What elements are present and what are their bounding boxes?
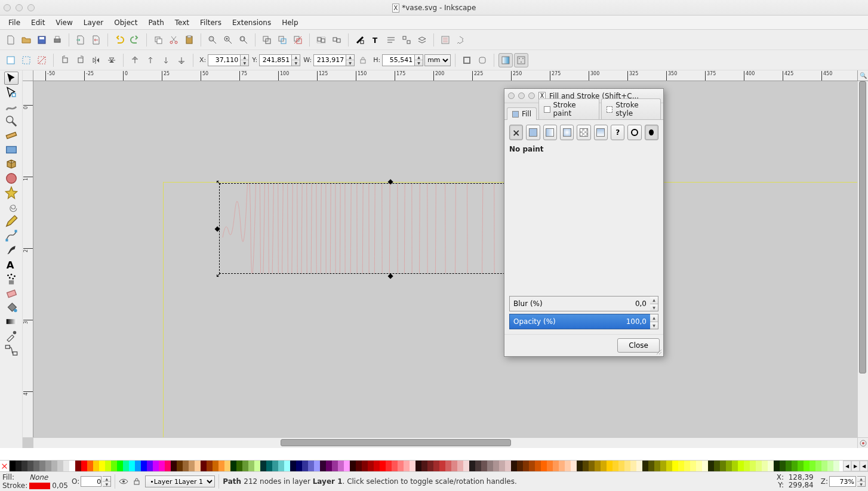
palette-swatch[interactable]	[618, 461, 624, 471]
current-layer-selector[interactable]: •Layer 1Layer 1	[145, 475, 215, 487]
duplicate-icon[interactable]	[260, 33, 274, 47]
gradient-tool-icon[interactable]	[4, 315, 19, 328]
paint-bucket-tool-icon[interactable]	[4, 301, 19, 314]
palette-swatch[interactable]	[117, 461, 123, 471]
lower-bottom-icon[interactable]	[174, 53, 189, 67]
palette-swatch[interactable]	[529, 461, 535, 471]
palette-swatch[interactable]	[439, 461, 445, 471]
palette-swatch[interactable]	[804, 461, 809, 471]
ruler-origin-corner[interactable]	[23, 70, 33, 81]
palette-swatch[interactable]	[344, 461, 350, 471]
measure-tool-icon[interactable]	[4, 129, 19, 142]
bezier-tool-icon[interactable]	[4, 229, 19, 242]
eraser-tool-icon[interactable]	[4, 286, 19, 299]
palette-swatch[interactable]	[571, 461, 577, 471]
canvas[interactable]: ↖ ◆ ◆ ↙ ◆	[33, 81, 857, 437]
palette-swatch[interactable]	[75, 461, 81, 471]
palette-swatch[interactable]	[111, 461, 117, 471]
height-field[interactable]: H:▲▼	[371, 54, 423, 67]
zoom-spin-icon[interactable]: ▲▼	[857, 476, 866, 487]
palette-swatch[interactable]	[475, 461, 481, 471]
palette-swatch[interactable]	[278, 461, 284, 471]
lower-icon[interactable]	[159, 53, 173, 67]
palette-swatch[interactable]	[666, 461, 672, 471]
palette-swatch[interactable]	[338, 461, 344, 471]
palette-swatch[interactable]	[714, 461, 720, 471]
opacity-spin-status-icon[interactable]: ▲▼	[103, 476, 111, 487]
palette-swatch[interactable]	[374, 461, 380, 471]
palette-swatch[interactable]	[135, 461, 141, 471]
cms-toggle-icon[interactable]	[857, 437, 868, 448]
group-icon[interactable]	[314, 33, 328, 47]
vertical-ruler[interactable]: 012345	[23, 81, 33, 437]
palette-swatch[interactable]	[260, 461, 266, 471]
palette-swatch[interactable]	[660, 461, 666, 471]
palette-swatch[interactable]	[356, 461, 362, 471]
zoom-tool-icon[interactable]	[4, 115, 19, 128]
palette-swatch[interactable]	[774, 461, 780, 471]
linear-gradient-button[interactable]	[543, 125, 557, 140]
palette-swatch[interactable]	[368, 461, 374, 471]
palette-swatch[interactable]	[189, 461, 195, 471]
raise-top-icon[interactable]	[128, 53, 142, 67]
palette-swatch[interactable]	[565, 461, 571, 471]
swatch-button[interactable]	[594, 125, 608, 140]
palette-swatch[interactable]	[284, 461, 290, 471]
opacity-slider[interactable]: Opacity (%)100,0	[509, 314, 650, 329]
undo-icon[interactable]	[112, 33, 127, 47]
menu-path[interactable]: Path	[143, 17, 168, 29]
palette-swatch[interactable]	[10, 461, 16, 471]
palette-swatch[interactable]	[780, 461, 786, 471]
ellipse-tool-icon[interactable]	[4, 172, 19, 185]
palette-scroll-right-icon[interactable]: ▶	[851, 461, 860, 471]
palette-swatch[interactable]	[57, 461, 63, 471]
zoom-page-icon[interactable]	[236, 33, 251, 47]
palette-swatch[interactable]	[272, 461, 278, 471]
palette-swatch[interactable]	[815, 461, 821, 471]
palette-swatch[interactable]	[63, 461, 69, 471]
select-all-icon[interactable]	[19, 53, 33, 67]
palette-swatch[interactable]	[81, 461, 87, 471]
palette-swatch[interactable]	[595, 461, 601, 471]
unit-selector[interactable]: mm	[424, 54, 451, 66]
blur-slider[interactable]: Blur (%)0,0	[509, 296, 650, 311]
palette-swatch[interactable]	[481, 461, 487, 471]
palette-swatch[interactable]	[624, 461, 630, 471]
palette-scroll-left-icon[interactable]: ◀	[843, 461, 851, 471]
palette-swatch[interactable]	[696, 461, 702, 471]
palette-swatch[interactable]	[218, 461, 224, 471]
x-position-field[interactable]: X:▲▼	[198, 54, 249, 67]
palette-swatch[interactable]	[469, 461, 475, 471]
palette-swatch[interactable]	[69, 461, 75, 471]
pencil-tool-icon[interactable]	[4, 215, 19, 228]
spray-tool-icon[interactable]	[4, 272, 19, 285]
palette-swatch[interactable]	[499, 461, 505, 471]
palette-swatch[interactable]	[744, 461, 750, 471]
palette-swatch[interactable]	[827, 461, 833, 471]
palette-swatch-strip[interactable]	[10, 461, 843, 471]
guide-toggle-icon[interactable]: 🔍	[857, 70, 868, 81]
palette-swatch[interactable]	[523, 461, 529, 471]
palette-swatch[interactable]	[559, 461, 565, 471]
align-dialog-icon[interactable]	[399, 33, 414, 47]
palette-swatch[interactable]	[762, 461, 768, 471]
palette-swatch[interactable]	[207, 461, 213, 471]
palette-swatch[interactable]	[505, 461, 511, 471]
palette-swatch[interactable]	[254, 461, 260, 471]
fill-stroke-indicator[interactable]: Fill: None Stroke: 0,05	[2, 473, 68, 490]
palette-swatch[interactable]	[577, 461, 583, 471]
unset-paint-button[interactable]	[627, 125, 641, 140]
palette-swatch[interactable]	[159, 461, 165, 471]
palette-swatch[interactable]	[308, 461, 314, 471]
palette-swatch[interactable]	[708, 461, 714, 471]
dialog-minimize-icon[interactable]	[518, 92, 525, 99]
layers-dialog-icon[interactable]	[415, 33, 429, 47]
fill-stroke-dialog-icon[interactable]	[353, 33, 367, 47]
text-dialog-icon[interactable]: T	[368, 33, 383, 47]
palette-swatch[interactable]	[296, 461, 302, 471]
palette-swatch[interactable]	[39, 461, 45, 471]
menu-file[interactable]: File	[4, 17, 25, 29]
affect-gradient-icon[interactable]	[498, 53, 513, 67]
palette-swatch[interactable]	[678, 461, 684, 471]
palette-swatch[interactable]	[487, 461, 493, 471]
